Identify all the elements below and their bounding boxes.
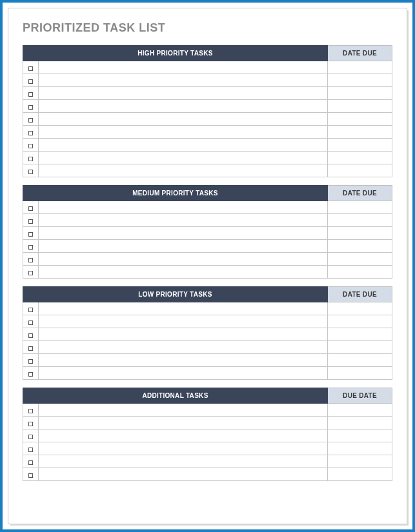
checkbox-cell[interactable] xyxy=(23,113,39,126)
date-cell[interactable] xyxy=(328,404,392,417)
task-cell[interactable] xyxy=(39,87,328,100)
checkbox-icon[interactable] xyxy=(28,271,33,275)
date-cell[interactable] xyxy=(328,126,392,139)
checkbox-icon[interactable] xyxy=(28,79,33,84)
checkbox-cell[interactable] xyxy=(23,455,39,468)
checkbox-cell[interactable] xyxy=(23,442,39,455)
date-cell[interactable] xyxy=(328,367,392,380)
task-cell[interactable] xyxy=(39,468,328,481)
task-cell[interactable] xyxy=(39,253,328,266)
checkbox-cell[interactable] xyxy=(23,100,39,113)
task-cell[interactable] xyxy=(39,227,328,240)
task-cell[interactable] xyxy=(39,100,328,113)
checkbox-cell[interactable] xyxy=(23,214,39,227)
date-cell[interactable] xyxy=(328,74,392,87)
date-cell[interactable] xyxy=(328,100,392,113)
checkbox-icon[interactable] xyxy=(28,372,33,377)
checkbox-icon[interactable] xyxy=(28,170,33,174)
date-cell[interactable] xyxy=(328,113,392,126)
checkbox-icon[interactable] xyxy=(28,206,33,211)
date-cell[interactable] xyxy=(328,417,392,429)
task-cell[interactable] xyxy=(39,429,328,442)
checkbox-cell[interactable] xyxy=(23,164,39,177)
date-cell[interactable] xyxy=(328,61,392,74)
checkbox-cell[interactable] xyxy=(23,227,39,240)
task-cell[interactable] xyxy=(39,442,328,455)
checkbox-icon[interactable] xyxy=(28,435,33,439)
checkbox-icon[interactable] xyxy=(28,157,33,161)
checkbox-icon[interactable] xyxy=(28,308,33,312)
checkbox-cell[interactable] xyxy=(23,404,39,417)
task-cell[interactable] xyxy=(39,152,328,164)
checkbox-icon[interactable] xyxy=(28,359,33,364)
checkbox-cell[interactable] xyxy=(23,240,39,253)
checkbox-cell[interactable] xyxy=(23,417,39,429)
task-cell[interactable] xyxy=(39,266,328,279)
date-cell[interactable] xyxy=(328,139,392,152)
date-cell[interactable] xyxy=(328,354,392,367)
checkbox-cell[interactable] xyxy=(23,315,39,328)
task-cell[interactable] xyxy=(39,455,328,468)
checkbox-icon[interactable] xyxy=(28,131,33,135)
checkbox-cell[interactable] xyxy=(23,341,39,354)
task-cell[interactable] xyxy=(39,201,328,214)
checkbox-icon[interactable] xyxy=(28,219,33,224)
task-cell[interactable] xyxy=(39,354,328,367)
checkbox-cell[interactable] xyxy=(23,139,39,152)
date-cell[interactable] xyxy=(328,468,392,481)
date-cell[interactable] xyxy=(328,87,392,100)
date-cell[interactable] xyxy=(328,315,392,328)
checkbox-cell[interactable] xyxy=(23,87,39,100)
checkbox-icon[interactable] xyxy=(28,448,33,452)
checkbox-icon[interactable] xyxy=(28,66,33,71)
date-cell[interactable] xyxy=(328,328,392,341)
date-cell[interactable] xyxy=(328,253,392,266)
checkbox-icon[interactable] xyxy=(28,320,33,325)
date-cell[interactable] xyxy=(328,164,392,177)
checkbox-icon[interactable] xyxy=(28,422,33,426)
checkbox-cell[interactable] xyxy=(23,302,39,315)
checkbox-icon[interactable] xyxy=(28,92,33,97)
task-cell[interactable] xyxy=(39,214,328,227)
checkbox-icon[interactable] xyxy=(28,258,33,262)
date-cell[interactable] xyxy=(328,429,392,442)
checkbox-icon[interactable] xyxy=(28,232,33,237)
date-cell[interactable] xyxy=(328,201,392,214)
task-cell[interactable] xyxy=(39,164,328,177)
checkbox-icon[interactable] xyxy=(28,460,33,465)
checkbox-icon[interactable] xyxy=(28,346,33,351)
task-cell[interactable] xyxy=(39,417,328,429)
date-cell[interactable] xyxy=(328,240,392,253)
checkbox-cell[interactable] xyxy=(23,354,39,367)
date-cell[interactable] xyxy=(328,455,392,468)
task-cell[interactable] xyxy=(39,341,328,354)
checkbox-cell[interactable] xyxy=(23,61,39,74)
checkbox-cell[interactable] xyxy=(23,253,39,266)
task-cell[interactable] xyxy=(39,126,328,139)
checkbox-cell[interactable] xyxy=(23,429,39,442)
checkbox-icon[interactable] xyxy=(28,144,33,148)
date-cell[interactable] xyxy=(328,227,392,240)
checkbox-icon[interactable] xyxy=(28,245,33,250)
checkbox-icon[interactable] xyxy=(28,333,33,338)
task-cell[interactable] xyxy=(39,367,328,380)
checkbox-cell[interactable] xyxy=(23,152,39,164)
date-cell[interactable] xyxy=(328,442,392,455)
task-cell[interactable] xyxy=(39,61,328,74)
checkbox-icon[interactable] xyxy=(28,118,33,123)
date-cell[interactable] xyxy=(328,152,392,164)
task-cell[interactable] xyxy=(39,139,328,152)
task-cell[interactable] xyxy=(39,328,328,341)
checkbox-cell[interactable] xyxy=(23,367,39,380)
task-cell[interactable] xyxy=(39,113,328,126)
task-cell[interactable] xyxy=(39,302,328,315)
checkbox-icon[interactable] xyxy=(28,409,33,413)
task-cell[interactable] xyxy=(39,74,328,87)
checkbox-cell[interactable] xyxy=(23,126,39,139)
task-cell[interactable] xyxy=(39,240,328,253)
date-cell[interactable] xyxy=(328,302,392,315)
date-cell[interactable] xyxy=(328,214,392,227)
date-cell[interactable] xyxy=(328,266,392,279)
checkbox-icon[interactable] xyxy=(28,473,33,478)
checkbox-cell[interactable] xyxy=(23,201,39,214)
